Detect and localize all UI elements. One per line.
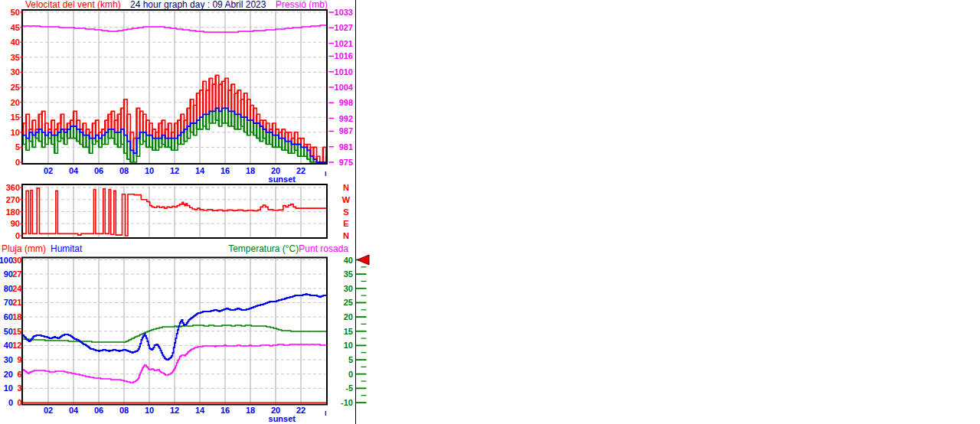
rain-tick-label: 30 — [12, 256, 21, 265]
rain-tick-label: 18 — [12, 312, 21, 321]
hour-label: 18 — [246, 406, 255, 415]
pressure-tick-label: 1004 — [335, 83, 354, 92]
sunset-label: sunset — [269, 414, 296, 423]
temperature-tick-label: -10 — [341, 398, 353, 407]
temperature-tick-label: 5 — [348, 355, 353, 364]
compass-label: S — [343, 207, 348, 217]
axis-end-marker: I — [325, 409, 327, 417]
wind-tick-label: 25 — [11, 83, 20, 92]
weather-graphs-svg: 0510152025303540455097598198799299810041… — [0, 0, 980, 424]
hour-label: 22 — [296, 406, 305, 415]
pressure-tick-label: 992 — [339, 114, 353, 123]
hour-label: 08 — [119, 406, 129, 415]
sunset-label: sunset — [269, 174, 296, 184]
direction-tick-label: 90 — [11, 219, 20, 228]
axis-end-marker: I — [325, 170, 327, 178]
humidity-tick-label: 0 — [8, 398, 13, 407]
wind-tick-label: 15 — [11, 113, 20, 122]
hour-label: 16 — [220, 406, 230, 415]
wind-tick-label: 0 — [15, 158, 20, 167]
compass-label: W — [342, 195, 351, 204]
temperature-tick-label: 35 — [344, 269, 353, 279]
rain-tick-label: 21 — [12, 298, 21, 307]
hour-label: 18 — [246, 166, 255, 175]
pressure-tick-label: 1021 — [335, 39, 353, 48]
pressure-tick-label: 1027 — [335, 23, 353, 32]
rain-tick-label: 27 — [12, 269, 21, 279]
direction-tick-label: 0 — [15, 231, 20, 240]
rain-tick-label: 9 — [17, 355, 21, 364]
humidity-tick-label: 40 — [4, 341, 13, 350]
pressure-tick-label: 1010 — [335, 67, 353, 77]
rain-tick-label: 0 — [17, 398, 21, 407]
direction-tick-label: 180 — [6, 207, 20, 217]
hour-label: 10 — [145, 166, 154, 175]
temperature-tick-label: 30 — [344, 284, 353, 293]
hour-label: 22 — [296, 166, 305, 175]
hour-label: 06 — [94, 406, 103, 415]
pressure-tick-label: 1016 — [335, 51, 353, 60]
pressure-tick-label: 975 — [339, 158, 353, 167]
weather-graph-window: Velocitat del vent (kmh) 24 hour graph d… — [0, 0, 980, 424]
wind-tick-label: 45 — [11, 23, 20, 32]
temperature-tick-label: 10 — [344, 341, 353, 350]
pressure-tick-label: 1033 — [335, 8, 353, 17]
humidity-tick-label: 80 — [4, 284, 13, 293]
humidity-tick-label: 70 — [4, 298, 13, 307]
rain-tick-label: 15 — [12, 327, 21, 336]
wind-tick-label: 40 — [11, 38, 20, 47]
compass-label: E — [343, 219, 348, 228]
temperature-tick-label: 20 — [344, 312, 353, 321]
wind-tick-label: 50 — [11, 8, 20, 17]
rain-tick-label: 12 — [12, 341, 21, 350]
wind-tick-label: 20 — [11, 98, 20, 107]
humidity-tick-label: 90 — [4, 269, 13, 279]
pressure-tick-label: 987 — [339, 126, 353, 135]
humidity-tick-label: 60 — [4, 312, 13, 321]
rain-tick-label: 6 — [17, 370, 21, 379]
humidity-tick-label: 10 — [4, 383, 13, 393]
compass-label: N — [343, 183, 349, 192]
hour-label: 12 — [170, 406, 179, 415]
humidity-tick-label: 50 — [4, 327, 13, 336]
wind-tick-label: 5 — [15, 142, 20, 152]
hour-label: 04 — [69, 166, 79, 175]
hour-label: 04 — [69, 406, 79, 415]
wind-tick-label: 30 — [11, 67, 20, 77]
hour-label: 14 — [195, 166, 205, 175]
hour-label: 16 — [220, 166, 230, 175]
hour-label: 02 — [44, 166, 53, 175]
temperature-tick-label: -5 — [345, 383, 353, 393]
humidity-tick-label: 20 — [4, 370, 13, 379]
direction-tick-label: 270 — [6, 195, 20, 204]
direction-tick-label: 360 — [6, 183, 20, 192]
wind-tick-label: 35 — [11, 53, 20, 62]
hour-label: 12 — [170, 166, 179, 175]
compass-label: N — [343, 231, 349, 240]
temperature-tick-label: 25 — [344, 298, 353, 307]
pressure-tick-label: 998 — [339, 98, 353, 107]
hour-label: 14 — [195, 406, 205, 415]
rain-tick-label: 3 — [17, 383, 21, 393]
hour-label: 10 — [145, 406, 154, 415]
hour-label: 06 — [94, 166, 103, 175]
temperature-tick-label: 0 — [348, 370, 353, 379]
temperature-tick-label: 15 — [344, 327, 353, 336]
humidity-tick-label: 100 — [0, 256, 13, 265]
hour-label: 02 — [44, 406, 53, 415]
temperature-tick-label: 40 — [344, 256, 353, 265]
humidity-tick-label: 30 — [4, 355, 13, 364]
hour-label: 08 — [119, 166, 129, 175]
temperature-marker-flag — [358, 255, 370, 265]
rain-tick-label: 24 — [12, 284, 22, 293]
wind-tick-label: 10 — [11, 128, 20, 137]
pressure-tick-label: 981 — [339, 142, 353, 152]
